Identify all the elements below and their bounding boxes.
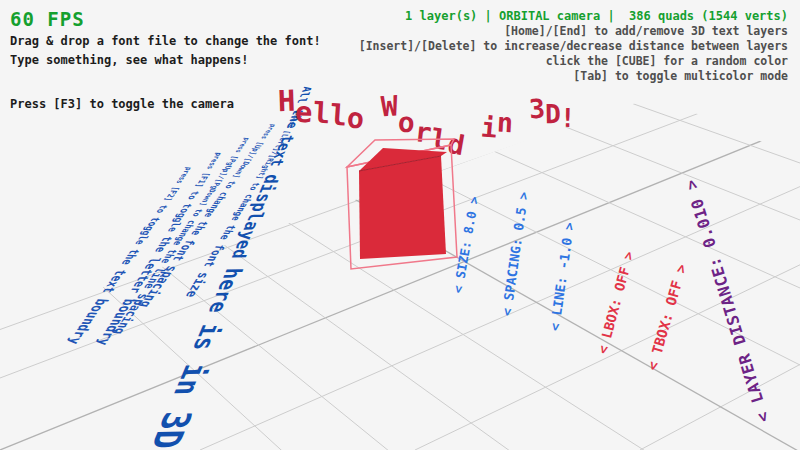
instructions-left: Drag & drop a font file to change the fo… <box>10 32 321 114</box>
hint-type-something: Type something, see what happens! <box>10 51 321 70</box>
status-bar: 1 layer(s) | ORBITAL camera | 386 quads … <box>359 8 788 24</box>
instructions-right: 1 layer(s) | ORBITAL camera | 386 quads … <box>359 8 788 84</box>
hint-cube-color: click the [CUBE] for a random color <box>359 54 788 69</box>
hint-multicolor: [Tab] to toggle multicolor mode <box>359 69 788 84</box>
cube[interactable] <box>330 130 480 280</box>
wave-3d-text: Hello World in 3D! <box>278 84 576 118</box>
app-window: press [F2] to toggle the text boundry pr… <box>0 0 800 450</box>
hint-drag-drop-font: Drag & drop a font file to change the fo… <box>10 32 321 51</box>
hint-toggle-camera: Press [F3] to toggle the camera <box>10 95 321 114</box>
hint-add-remove-layers: [Home]/[End] to add/remove 3D text layer… <box>359 24 788 39</box>
fps-counter: 60 FPS <box>10 8 85 30</box>
hint-layer-distance: [Insert]/[Delete] to increase/decrease d… <box>359 39 788 54</box>
